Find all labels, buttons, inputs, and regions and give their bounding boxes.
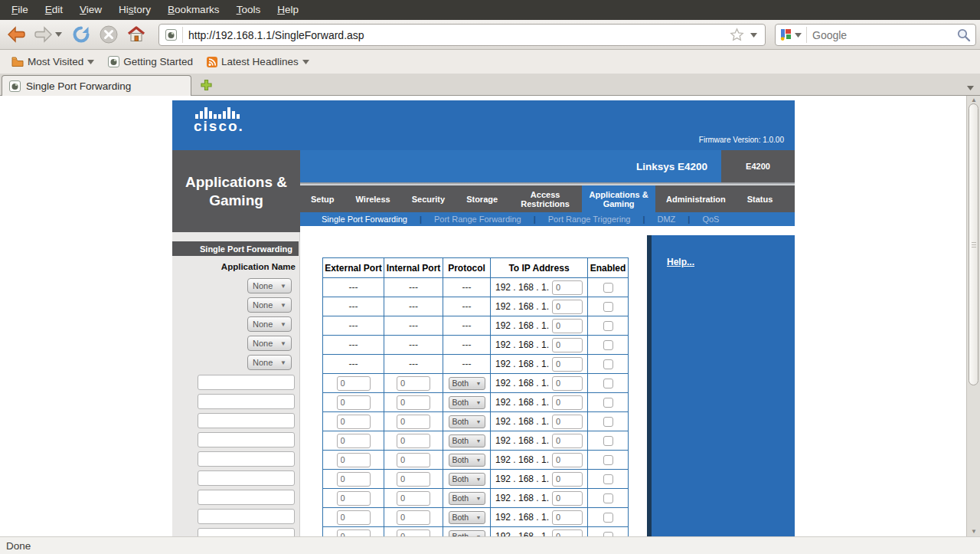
protocol-select[interactable]: Both▼: [449, 473, 485, 486]
protocol-select[interactable]: Both▼: [449, 396, 485, 409]
internal-port-input[interactable]: [397, 415, 430, 429]
bookmark-latest-headlines[interactable]: Latest Headlines: [200, 53, 316, 71]
back-button[interactable]: [6, 23, 28, 46]
ip-host-input[interactable]: [552, 472, 583, 487]
application-name-input[interactable]: [198, 394, 295, 409]
url-dropdown[interactable]: [744, 33, 760, 38]
menu-help[interactable]: Help: [269, 0, 307, 20]
external-port-input[interactable]: [337, 434, 371, 448]
internal-port-input[interactable]: [397, 510, 430, 525]
ip-host-input[interactable]: [552, 357, 583, 372]
ip-host-input[interactable]: [552, 510, 583, 525]
nav-tab-setup[interactable]: Setup: [300, 185, 345, 212]
menu-edit[interactable]: Edit: [37, 0, 71, 20]
external-port-input[interactable]: [337, 395, 371, 410]
internal-port-input[interactable]: [397, 472, 430, 487]
nav-tab-wireless[interactable]: Wireless: [345, 185, 401, 212]
enabled-checkbox[interactable]: [603, 359, 613, 369]
ip-host-input[interactable]: [552, 491, 583, 506]
url-input[interactable]: [188, 29, 730, 41]
protocol-select[interactable]: Both▼: [449, 415, 485, 428]
subnav-port-range-forwarding[interactable]: Port Range Forwarding: [428, 215, 528, 224]
ip-host-input[interactable]: [552, 319, 583, 333]
menu-bookmarks[interactable]: Bookmarks: [159, 0, 228, 20]
protocol-select[interactable]: Both▼: [449, 511, 485, 524]
internal-port-input[interactable]: [397, 395, 430, 410]
ip-host-input[interactable]: [552, 415, 583, 429]
enabled-checkbox[interactable]: [603, 455, 613, 465]
enabled-checkbox[interactable]: [603, 302, 613, 312]
bookmark-star-icon[interactable]: [730, 28, 744, 42]
home-button[interactable]: [126, 23, 146, 46]
enabled-checkbox[interactable]: [603, 474, 613, 484]
search-magnifier-icon[interactable]: [956, 28, 971, 42]
application-name-select[interactable]: None▼: [247, 278, 292, 293]
application-name-input[interactable]: [198, 432, 295, 447]
list-all-tabs-button[interactable]: [967, 80, 974, 93]
nav-tab-storage[interactable]: Storage: [456, 185, 508, 212]
external-port-input[interactable]: [337, 510, 371, 525]
external-port-input[interactable]: [337, 491, 371, 506]
enabled-checkbox[interactable]: [603, 513, 613, 523]
external-port-input[interactable]: [337, 472, 371, 487]
internal-port-input[interactable]: [397, 376, 430, 391]
nav-tab-security[interactable]: Security: [401, 185, 456, 212]
tab-single-port-forwarding[interactable]: Single Port Forwarding: [2, 75, 191, 96]
internal-port-input[interactable]: [397, 434, 430, 448]
application-name-input[interactable]: [198, 375, 295, 390]
ip-host-input[interactable]: [552, 338, 583, 352]
menu-file[interactable]: File: [3, 0, 37, 20]
search-input[interactable]: [812, 29, 956, 41]
ip-host-input[interactable]: [552, 376, 583, 391]
vertical-scrollbar[interactable]: ▲ ▼: [966, 96, 980, 536]
enabled-checkbox[interactable]: [603, 398, 613, 408]
protocol-select[interactable]: Both▼: [449, 377, 485, 390]
nav-tab-access-restrictions[interactable]: Access Restrictions: [508, 185, 582, 212]
external-port-input[interactable]: [337, 415, 371, 429]
menu-tools[interactable]: Tools: [228, 0, 270, 20]
ip-host-input[interactable]: [552, 280, 583, 295]
subnav-port-range-triggering[interactable]: Port Range Triggering: [542, 215, 637, 224]
protocol-select[interactable]: Both▼: [449, 434, 485, 447]
scroll-down-icon[interactable]: ▼: [967, 528, 980, 536]
protocol-select[interactable]: Both▼: [449, 530, 485, 537]
subnav-dmz[interactable]: DMZ: [651, 215, 681, 224]
application-name-select[interactable]: None▼: [247, 316, 292, 332]
ip-host-input[interactable]: [552, 434, 583, 448]
application-name-input[interactable]: [198, 509, 295, 524]
enabled-checkbox[interactable]: [603, 321, 613, 331]
ip-host-input[interactable]: [552, 453, 583, 467]
internal-port-input[interactable]: [397, 491, 430, 506]
enabled-checkbox[interactable]: [603, 436, 613, 446]
application-name-input[interactable]: [198, 413, 295, 428]
enabled-checkbox[interactable]: [603, 379, 613, 388]
internal-port-input[interactable]: [397, 453, 430, 467]
search-bar[interactable]: [775, 24, 976, 46]
enabled-checkbox[interactable]: [603, 493, 613, 503]
ip-host-input[interactable]: [552, 395, 583, 410]
external-port-input[interactable]: [337, 453, 371, 467]
protocol-select[interactable]: Both▼: [449, 492, 485, 505]
application-name-input[interactable]: [198, 451, 295, 467]
subnav-qos[interactable]: QoS: [696, 215, 725, 224]
reload-button[interactable]: [71, 23, 91, 46]
bookmark-getting-started[interactable]: Getting Started: [101, 53, 200, 71]
application-name-input[interactable]: [198, 528, 295, 536]
new-tab-button[interactable]: [198, 77, 214, 93]
application-name-input[interactable]: [198, 490, 295, 505]
enabled-checkbox[interactable]: [603, 417, 613, 427]
application-name-select[interactable]: None▼: [247, 297, 292, 313]
ip-host-input[interactable]: [552, 529, 583, 537]
search-engine-dropdown[interactable]: [795, 33, 802, 38]
nav-tab-applications-gaming[interactable]: Applications & Gaming: [582, 185, 655, 212]
help-link[interactable]: Help...: [667, 257, 694, 267]
nav-tab-administration[interactable]: Administration: [655, 185, 737, 212]
stop-button[interactable]: [99, 23, 119, 46]
application-name-select[interactable]: None▼: [247, 336, 292, 351]
url-bar[interactable]: [158, 24, 766, 46]
subnav-single-port-forwarding[interactable]: Single Port Forwarding: [315, 215, 413, 224]
forward-button[interactable]: [32, 23, 54, 46]
back-forward-dropdown[interactable]: [55, 23, 62, 46]
scrollbar-thumb[interactable]: [969, 103, 978, 385]
enabled-checkbox[interactable]: [603, 283, 613, 293]
